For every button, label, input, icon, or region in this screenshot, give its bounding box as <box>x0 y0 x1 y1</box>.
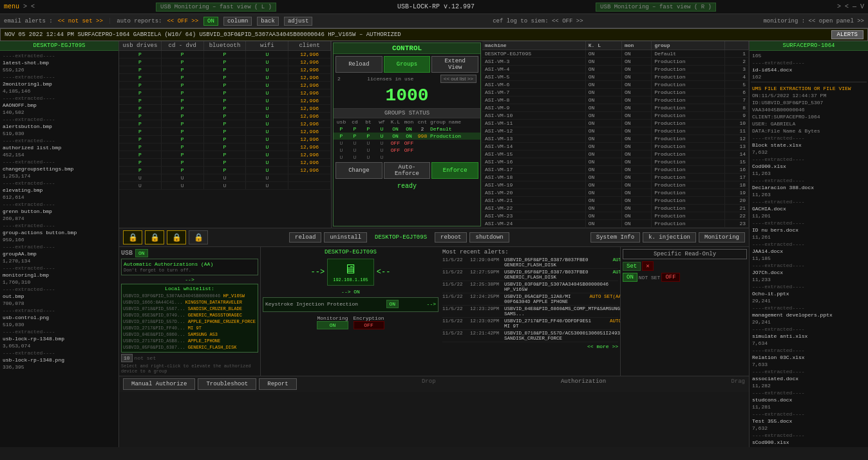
list-item: group-actions button.bmp <box>1 229 117 236</box>
manual-authorize-button[interactable]: Manual Authorize <box>123 378 195 390</box>
encryption-label: Encryption <box>354 315 384 321</box>
list-item: usb-control.png <box>1 314 117 321</box>
enforce-button[interactable]: Enforce <box>431 162 478 179</box>
monitoring-btn[interactable]: Monitoring <box>699 232 745 243</box>
list-item: ----extracted---- <box>751 219 867 226</box>
drag-label: Drag <box>731 378 745 390</box>
encryption-off: OFF <box>354 321 384 329</box>
list-item: 7,633 <box>751 361 867 368</box>
list-item: VAA34045B00000046 <box>751 106 867 113</box>
table-row: PPPU12,996 <box>119 167 331 174</box>
lock-icon-4[interactable]: 🔒 <box>189 230 208 244</box>
on-readonly-button[interactable]: ON <box>623 273 637 282</box>
table-row: PPPU12,996 <box>119 105 331 113</box>
whitelist-title: Local whitelist: <box>123 286 256 291</box>
adjust-button[interactable]: adjust <box>284 17 312 26</box>
usb-monitor-left-label: USB Monitoring – fast view ( L ) <box>156 3 276 12</box>
window-controls[interactable]: > < — V <box>837 3 864 10</box>
list-item: 162 <box>751 73 867 80</box>
out-list-button[interactable]: << out list >> <box>440 75 476 83</box>
list-item: 559,126 <box>1 66 117 73</box>
aa-title: Automatic Authorizations (AA) <box>124 261 256 267</box>
list-item: Cod900.xlsx <box>751 163 867 170</box>
extend-view-button[interactable]: Extend View <box>431 56 478 73</box>
right-file-list: 165 ----extracted---- id-id544.docx 162 … <box>750 51 868 447</box>
troubleshoot-button[interactable]: Troubleshoot <box>198 378 256 390</box>
nav-next[interactable]: < <box>31 3 35 10</box>
list-item: 2monitoringl.bmp <box>1 80 117 87</box>
list-item: ----extracted---- <box>1 349 117 356</box>
table-row: ASI-VM-10ONONProduction9 <box>482 112 749 120</box>
on-label-2: --> ON <box>263 289 439 295</box>
off-button[interactable]: OFF <box>661 273 679 282</box>
list-item: 7,632 <box>751 149 867 156</box>
ks-arrow: --> <box>427 301 436 307</box>
list-item: ----extracted---- <box>1 243 117 250</box>
reload-action-btn[interactable]: reload <box>289 232 321 243</box>
arrow-right-icon: <-- <box>377 268 391 277</box>
list-item: elevating.bmp <box>1 187 117 194</box>
lock-icon-3[interactable]: 🔒 <box>167 230 186 244</box>
usb-monitor-right-label: USB Monitoring – fast view ( R ) <box>596 3 716 12</box>
table-row: PPPU12,996 <box>119 143 331 151</box>
list-item: monitoringl.bmp <box>1 271 117 279</box>
more-label[interactable]: << more >> <box>442 344 618 349</box>
list-item: 1,760,310 <box>1 279 117 286</box>
system-info-btn[interactable]: System Info <box>590 232 640 243</box>
list-item: 29,241 <box>751 297 867 304</box>
table-row: ASI-VM-8ONONProduction7 <box>482 97 749 104</box>
list-item: ----extracted---- <box>751 59 867 66</box>
list-item: 165 <box>751 52 867 59</box>
set-button[interactable]: Set <box>623 262 641 271</box>
back-button[interactable]: back <box>257 17 279 26</box>
list-item: grenn button.bmp <box>1 208 117 215</box>
list-item: alertsbutton.bmp <box>1 123 117 130</box>
on-button[interactable]: ON <box>203 17 218 26</box>
list-item: 519,030 <box>1 321 117 328</box>
list-item: latest-shot.bmp <box>1 59 117 66</box>
list-item: 260,874 <box>1 215 117 222</box>
list-item: Block state.xlsx <box>751 142 867 149</box>
list-item: 11,281 <box>751 403 867 410</box>
table-row: ASI-VM-19ONONProduction18 <box>482 181 749 189</box>
authorization-label: Authorization <box>561 378 606 390</box>
group-row-4: UUUU OFFOFF <box>334 147 480 154</box>
reboot-btn[interactable]: reboot <box>435 232 467 243</box>
alerts-button[interactable]: ALERTS <box>831 30 863 39</box>
shutdown-btn[interactable]: shutdown <box>469 232 509 243</box>
auto-enforce-button[interactable]: Auto-Enforce <box>384 162 431 179</box>
alert-row: 11/5/22 12:24:25PM USBVID_05AC&PID_12A8/… <box>442 293 618 306</box>
list-item: sCod900.xlsx <box>751 439 867 446</box>
auto-reports-label: auto reports: <box>117 18 162 24</box>
menu-button[interactable]: menu <box>4 3 19 10</box>
keystroke-title: Keystroke Injection Protection <box>265 301 358 307</box>
licenses-in-use: licenses in use <box>367 76 413 82</box>
change-button[interactable]: Change <box>335 162 382 179</box>
uninstall-btn[interactable]: uninstall <box>324 232 367 243</box>
lock-icon-1[interactable]: 🔒 <box>123 230 142 244</box>
list-item: ----extracted---- <box>751 410 867 418</box>
groups-status-header: usb cd bt wf K.L mon cnt group name <box>334 118 480 125</box>
list-item: JAA14.docx <box>751 248 867 255</box>
list-item: 29,241 <box>751 318 867 326</box>
table-row: ASI-VM-9ONONProduction8 <box>482 104 749 112</box>
list-item: ON:11/5/2022 12:44:37 PM <box>751 92 867 99</box>
list-item: 165 <box>751 446 867 447</box>
table-row: PPPU12,996 <box>119 89 331 97</box>
list-item: 1,270,134 <box>1 257 117 264</box>
reload-button[interactable]: Reload <box>335 56 382 73</box>
table-row: ASI-VM-5ONONProduction4 <box>482 73 749 81</box>
whitelist-item: USBVID_1666:0A44C41... KINGSTON_DATATRAV… <box>123 299 256 306</box>
lock-icon-2[interactable]: 🔒 <box>145 230 164 244</box>
column-button[interactable]: column <box>223 17 252 26</box>
close-readonly-button[interactable]: ✕ <box>642 261 653 271</box>
alert-row: 11/5/22 12:23:02PM USBVID_2717&PID_FF40/… <box>442 318 618 330</box>
groups-button[interactable]: Groups <box>384 56 431 73</box>
k-injection-btn[interactable]: k. injection <box>643 232 696 243</box>
report-button[interactable]: Report <box>259 378 296 390</box>
nav-prev[interactable]: > <box>23 3 27 10</box>
table-row: ASI-VM-22ONONProduction21 <box>482 205 749 212</box>
table-row: PPPU12,996 <box>119 151 331 159</box>
list-item: studcons.docx <box>751 396 867 403</box>
list-item: ----extracted---- <box>751 156 867 163</box>
